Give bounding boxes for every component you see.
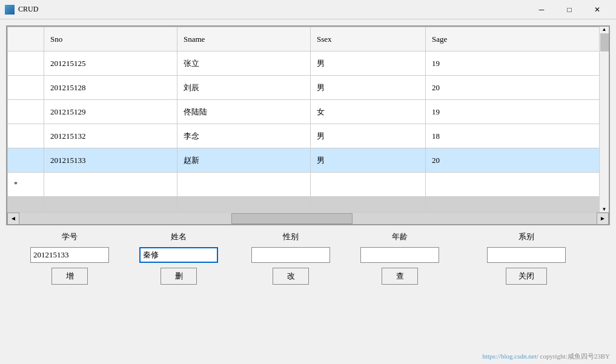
input-group-sdept: [454, 247, 598, 263]
col-header-sno: Sno: [44, 27, 177, 51]
row-sno: 201215128: [44, 76, 177, 100]
form-buttons-row: 增 删 改 查 关闭: [18, 268, 598, 285]
new-row-indicator: *: [8, 173, 609, 197]
scroll-thumb-horizontal[interactable]: [231, 213, 353, 224]
col-header-checkbox: [8, 27, 44, 51]
btn-group-close: 关闭: [454, 268, 598, 285]
row-checkbox: [8, 124, 44, 148]
row-checkbox: [8, 51, 44, 76]
input-group-sno: [18, 247, 121, 263]
scroll-track-horizontal[interactable]: [19, 213, 597, 225]
row-checkbox: [8, 76, 44, 100]
minimize-button[interactable]: ─: [528, 1, 555, 19]
vertical-scrollbar[interactable]: ▲ ▼: [599, 27, 609, 212]
form-labels-row: 学号 姓名 性别 年龄 系别: [18, 231, 598, 242]
footer-copyright: copyright:咸鱼四号23BY: [540, 352, 611, 360]
row-checkbox: [8, 100, 44, 124]
table-row[interactable]: 201215129 佟陆陆 女 19: [8, 100, 609, 124]
row-sage: 18: [426, 124, 609, 148]
label-sname: 姓名: [121, 231, 236, 242]
ssex-input[interactable]: [251, 247, 330, 263]
row-ssex: 男: [311, 124, 426, 148]
table-scroll-area[interactable]: Sno Sname Ssex Sage 201215125 张立 男 19 20…: [7, 27, 609, 212]
empty-row: [8, 197, 609, 213]
table-row[interactable]: 201215125 张立 男 19: [8, 51, 609, 76]
row-sno: 201215132: [44, 124, 177, 148]
title-bar-controls: ─ □ ✕: [528, 1, 611, 19]
query-button[interactable]: 查: [382, 268, 418, 285]
data-table: Sno Sname Ssex Sage 201215125 张立 男 19 20…: [7, 27, 609, 212]
label-sage: 年龄: [345, 231, 454, 242]
input-group-sage: [345, 247, 454, 263]
sno-input[interactable]: [30, 247, 109, 263]
row-sno: 201215133: [44, 148, 177, 173]
form-inputs-row: [18, 247, 598, 263]
maximize-button[interactable]: □: [555, 1, 583, 19]
table-container: Sno Sname Ssex Sage 201215125 张立 男 19 20…: [6, 25, 610, 225]
sage-input[interactable]: [360, 247, 439, 263]
scroll-right-arrow[interactable]: ►: [597, 213, 609, 225]
form-area: 学号 姓名 性别 年龄 系别: [6, 225, 610, 291]
horizontal-scrollbar[interactable]: ◄ ►: [7, 212, 609, 224]
row-sage: 19: [426, 100, 609, 124]
add-button[interactable]: 增: [51, 268, 88, 285]
label-sno: 学号: [18, 231, 121, 242]
col-header-sname: Sname: [177, 27, 311, 51]
table-row[interactable]: 201215132 李念 男 18: [8, 124, 609, 148]
row-sname: 张立: [177, 51, 311, 76]
app-icon: [5, 5, 15, 15]
row-ssex: 男: [311, 148, 426, 173]
title-bar-text: CRUD: [18, 5, 528, 14]
row-checkbox: [8, 148, 44, 173]
main-content: Sno Sname Ssex Sage 201215125 张立 男 19 20…: [0, 19, 616, 297]
sdept-input[interactable]: [487, 247, 566, 263]
btn-group-update: 改: [236, 268, 345, 285]
delete-button[interactable]: 删: [161, 268, 197, 285]
scroll-down-arrow[interactable]: ▼: [602, 207, 607, 212]
footer: https://blog.csdn.net/ copyright:咸鱼四号23B…: [482, 352, 610, 361]
input-group-ssex: [236, 247, 345, 263]
row-sname: 佟陆陆: [177, 100, 311, 124]
footer-link[interactable]: https://blog.csdn.net/: [482, 352, 538, 360]
label-ssex: 性别: [236, 231, 345, 242]
title-bar: CRUD ─ □ ✕: [0, 0, 616, 19]
row-ssex: 男: [311, 51, 426, 76]
col-header-ssex: Ssex: [311, 27, 426, 51]
scroll-left-arrow[interactable]: ◄: [7, 213, 19, 225]
table-row[interactable]: 201215133 赵新 男 20: [8, 148, 609, 173]
row-sno: 201215125: [44, 51, 177, 76]
input-group-sname: [121, 247, 236, 263]
row-sname: 赵新: [177, 148, 311, 173]
row-sage: 20: [426, 148, 609, 173]
row-sname: 刘辰: [177, 76, 311, 100]
scroll-thumb-vertical[interactable]: [600, 33, 609, 51]
sname-input[interactable]: [139, 247, 218, 263]
row-sage: 19: [426, 51, 609, 76]
star-marker: *: [8, 173, 44, 197]
btn-group-delete: 删: [121, 268, 236, 285]
close-button[interactable]: ✕: [583, 1, 611, 19]
close-form-button[interactable]: 关闭: [506, 268, 547, 285]
update-button[interactable]: 改: [273, 268, 309, 285]
row-sname: 李念: [177, 124, 311, 148]
scroll-up-arrow[interactable]: ▲: [602, 27, 607, 32]
row-ssex: 女: [311, 100, 426, 124]
label-sdept: 系别: [454, 231, 598, 242]
row-ssex: 男: [311, 76, 426, 100]
btn-group-add: 增: [18, 268, 121, 285]
btn-group-query: 查: [345, 268, 454, 285]
row-sno: 201215129: [44, 100, 177, 124]
table-row[interactable]: 201215128 刘辰 男 20: [8, 76, 609, 100]
col-header-sage: Sage: [426, 27, 609, 51]
row-sage: 20: [426, 76, 609, 100]
